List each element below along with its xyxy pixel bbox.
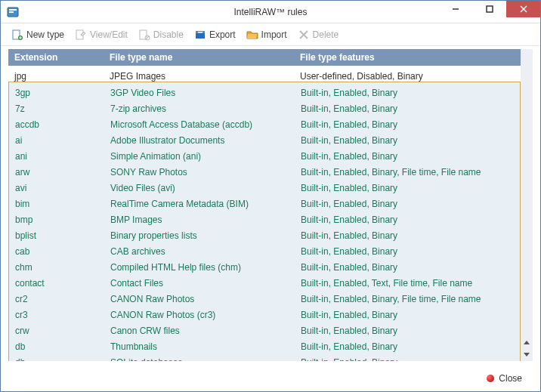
cell-extension: ani — [9, 146, 104, 162]
svg-rect-2 — [9, 11, 14, 13]
cell-name: SONY Raw Photos — [104, 162, 295, 177]
app-icon — [7, 6, 19, 18]
table-row[interactable]: bimRealTime Camera Metadata (BIM)Built-i… — [9, 193, 520, 209]
cell-name: BMP Images — [104, 209, 295, 225]
cell-features: Built-in, Enabled, Binary — [295, 177, 520, 193]
disable-button[interactable]: Disable — [134, 26, 188, 43]
cell-name: Canon CRW files — [104, 320, 295, 336]
cell-features: Built-in, Enabled, Binary — [295, 114, 520, 130]
table-row[interactable]: cr2CANON Raw PhotosBuilt-in, Enabled, Bi… — [9, 289, 520, 304]
scroll-up-icon[interactable] — [521, 337, 532, 347]
table-row[interactable]: bplistBinary properties listsBuilt-in, E… — [9, 225, 520, 241]
close-button[interactable]: Close — [481, 370, 528, 387]
new-type-label: New type — [26, 29, 64, 40]
cell-extension: cab — [9, 241, 104, 257]
svg-rect-4 — [487, 6, 493, 12]
cell-name: Microsoft Access Database (accdb) — [104, 114, 295, 130]
svg-rect-12 — [140, 30, 147, 39]
export-button[interactable]: Export — [190, 26, 240, 43]
cell-features: User-defined, Disabled, Binary — [294, 66, 521, 82]
cell-name: Binary properties lists — [104, 225, 295, 241]
cell-name: CAB archives — [104, 241, 295, 257]
new-type-icon — [11, 29, 23, 41]
cell-extension: avi — [9, 177, 104, 193]
minimize-button[interactable] — [438, 1, 472, 17]
cell-extension: ai — [9, 130, 104, 146]
table-row[interactable]: chmCompiled HTML Help files (chm)Built-i… — [9, 257, 520, 273]
cell-extension: cr3 — [9, 304, 104, 320]
scroll-gutter — [521, 49, 533, 66]
cell-extension: arw — [9, 162, 104, 177]
cell-features: Built-in, Enabled, Binary — [295, 82, 520, 98]
rules-table: Extension File type name File type featu… — [8, 49, 533, 361]
cell-extension: bim — [9, 193, 104, 209]
table-row[interactable]: aiAdobe Illustrator DocumentsBuilt-in, E… — [9, 130, 520, 146]
column-name[interactable]: File type name — [104, 49, 294, 66]
window-controls — [438, 1, 540, 23]
cell-extension: contact — [9, 273, 104, 289]
cell-name: JPEG Images — [104, 66, 294, 82]
table-row[interactable]: arwSONY Raw PhotosBuilt-in, Enabled, Bin… — [9, 162, 520, 177]
export-icon — [194, 29, 206, 41]
cell-features: Built-in, Enabled, Binary — [295, 336, 520, 352]
new-type-button[interactable]: New type — [7, 26, 69, 43]
table-rows: jpgJPEG ImagesUser-defined, Disabled, Bi… — [8, 66, 521, 361]
titlebar: IntelliRAW™ rules — [1, 1, 540, 23]
table-row[interactable]: bmpBMP ImagesBuilt-in, Enabled, Binary — [9, 209, 520, 225]
view-edit-label: View/Edit — [90, 29, 128, 40]
cell-name: CANON Raw Photos (cr3) — [104, 304, 295, 320]
column-extension[interactable]: Extension — [8, 49, 104, 66]
cell-features: Built-in, Enabled, Binary — [295, 209, 520, 225]
table-row[interactable]: cr3CANON Raw Photos (cr3)Built-in, Enabl… — [9, 304, 520, 320]
delete-button[interactable]: Delete — [293, 26, 344, 43]
table-row[interactable]: contactContact FilesBuilt-in, Enabled, T… — [9, 273, 520, 289]
vertical-scrollbar[interactable] — [521, 66, 533, 361]
table-row[interactable]: dbThumbnailsBuilt-in, Enabled, Binary — [9, 336, 520, 352]
table-row[interactable]: jpgJPEG ImagesUser-defined, Disabled, Bi… — [8, 66, 521, 82]
disable-label: Disable — [153, 29, 184, 40]
cell-features: Built-in, Enabled, Binary — [295, 257, 520, 273]
cell-features: Built-in, Enabled, Text, File time, File… — [295, 273, 520, 289]
table-row[interactable]: cabCAB archivesBuilt-in, Enabled, Binary — [9, 241, 520, 257]
maximize-button[interactable] — [472, 1, 506, 17]
cell-features: Built-in, Enabled, Binary, File time, Fi… — [295, 162, 520, 177]
cell-name: Video Files (avi) — [104, 177, 295, 193]
disable-icon — [138, 29, 150, 41]
cell-extension: cr2 — [9, 289, 104, 304]
table-row[interactable]: 3gp3GP Video FilesBuilt-in, Enabled, Bin… — [9, 82, 520, 98]
cell-extension: crw — [9, 320, 104, 336]
cell-features: Built-in, Enabled, Binary — [295, 320, 520, 336]
dialog-footer: Close — [1, 366, 540, 391]
column-features[interactable]: File type features — [294, 49, 509, 66]
scroll-down-icon[interactable] — [521, 349, 532, 360]
table-row[interactable]: 7z7-zip archivesBuilt-in, Enabled, Binar… — [9, 98, 520, 114]
delete-icon — [298, 29, 310, 41]
close-dot-icon — [487, 375, 494, 382]
table-row[interactable]: crwCanon CRW filesBuilt-in, Enabled, Bin… — [9, 320, 520, 336]
import-label: Import — [261, 29, 287, 40]
cell-name: Compiled HTML Help files (chm) — [104, 257, 295, 273]
import-button[interactable]: Import — [242, 26, 292, 43]
cell-features: Built-in, Enabled, Binary — [295, 352, 520, 361]
cell-features: Built-in, Enabled, Binary — [295, 241, 520, 257]
table-row[interactable]: aviVideo Files (avi)Built-in, Enabled, B… — [9, 177, 520, 193]
cell-features: Built-in, Enabled, Binary, File time, Fi… — [295, 289, 520, 304]
cell-name: Adobe Illustrator Documents — [104, 130, 295, 146]
cell-extension: db — [9, 352, 104, 361]
table-row[interactable]: accdbMicrosoft Access Database (accdb)Bu… — [9, 114, 520, 130]
view-edit-button[interactable]: View/Edit — [70, 26, 132, 43]
cell-name: CANON Raw Photos — [104, 289, 295, 304]
cell-features: Built-in, Enabled, Binary — [295, 130, 520, 146]
cell-name: Simple Animation (ani) — [104, 146, 295, 162]
cell-name: SQLite databases — [104, 352, 295, 361]
cell-features: Built-in, Enabled, Binary — [295, 225, 520, 241]
table-row[interactable]: aniSimple Animation (ani)Built-in, Enabl… — [9, 146, 520, 162]
selection-region: 3gp3GP Video FilesBuilt-in, Enabled, Bin… — [8, 82, 521, 361]
table-row[interactable]: dbSQLite databasesBuilt-in, Enabled, Bin… — [9, 352, 520, 361]
cell-features: Built-in, Enabled, Binary — [295, 146, 520, 162]
cell-features: Built-in, Enabled, Binary — [295, 304, 520, 320]
view-edit-icon — [75, 29, 87, 41]
close-window-button[interactable] — [506, 1, 540, 17]
table-header: Extension File type name File type featu… — [8, 49, 533, 66]
cell-name: 7-zip archives — [104, 98, 295, 114]
